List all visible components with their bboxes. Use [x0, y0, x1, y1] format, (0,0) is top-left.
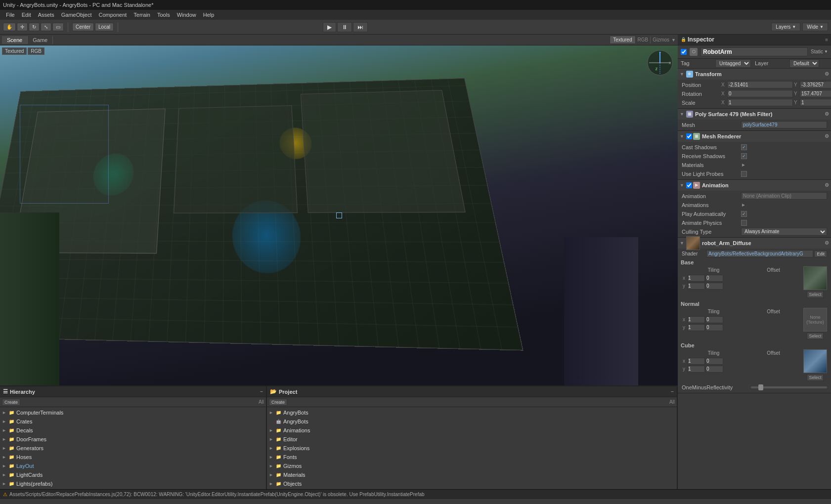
tree-item-generators[interactable]: ► 📁 Generators	[0, 444, 266, 453]
normal-texture-none[interactable]: None(Texture)	[803, 308, 827, 332]
shader-value[interactable]: AngryBots/ReflectiveBackgroundArbitraryG	[706, 250, 813, 257]
anim-settings-icon[interactable]: ⚙	[825, 182, 829, 188]
project-item-materials[interactable]: ► 📁 Materials	[267, 470, 677, 479]
project-item-objects[interactable]: ► 📁 Objects	[267, 479, 677, 488]
project-create-btn[interactable]: Create	[269, 399, 287, 406]
base-tiling-x[interactable]	[688, 275, 705, 282]
menu-tools[interactable]: Tools	[154, 12, 173, 18]
tree-item-lightcards[interactable]: ► 📁 LightCards	[0, 470, 266, 479]
normal-tiling-x[interactable]	[688, 316, 705, 323]
scale-y-input[interactable]	[800, 99, 831, 106]
project-item-angrybots-1[interactable]: ► 📁 AngryBots	[267, 408, 677, 417]
tree-item-decals[interactable]: ► 📁 Decals	[0, 426, 266, 435]
project-item-fonts[interactable]: ► 📁 Fonts	[267, 453, 677, 462]
menu-help[interactable]: Help	[200, 12, 218, 18]
local-button[interactable]: Local	[95, 23, 114, 31]
project-item-gizmos[interactable]: ► 📁 Gizmos	[267, 462, 677, 470]
tab-game[interactable]: Game	[28, 36, 53, 44]
menu-component[interactable]: Component	[95, 12, 130, 18]
center-button[interactable]: Center	[72, 23, 94, 31]
wide-dropdown[interactable]: Wide	[802, 23, 828, 31]
mat-settings-icon[interactable]: ⚙	[825, 240, 829, 246]
tree-item-lights[interactable]: ► 📁 Lights(prefabs)	[0, 479, 266, 488]
static-dropdown[interactable]: ▼	[824, 49, 828, 54]
obj-active-checkbox[interactable]	[681, 49, 687, 55]
menu-assets[interactable]: Assets	[35, 12, 57, 18]
tree-item-hoses[interactable]: ► 📁 Hoses	[0, 453, 266, 462]
tree-item-doorframes[interactable]: ► 📁 DoorFrames	[0, 435, 266, 444]
base-texture-thumb[interactable]	[803, 266, 827, 290]
cube-tiling-x[interactable]	[688, 358, 705, 365]
shader-edit-btn[interactable]: Edit	[814, 251, 827, 257]
tag-select[interactable]: Untagged	[715, 59, 751, 68]
project-all-label[interactable]: All	[669, 399, 675, 405]
cube-texture-thumb[interactable]	[803, 349, 827, 373]
rot-y-input[interactable]	[800, 90, 831, 97]
animate-physics-check[interactable]: ✓	[741, 220, 747, 226]
transform-header[interactable]: ▼ ⊕ Transform ⚙	[678, 69, 831, 80]
pause-button[interactable]: ⏸	[337, 22, 352, 32]
menu-file[interactable]: File	[3, 12, 18, 18]
tree-item-crates[interactable]: ► 📁 Crates	[0, 417, 266, 426]
project-item-animations[interactable]: ► 📁 Animations	[267, 426, 677, 435]
hand-tool[interactable]: ✋	[3, 23, 16, 31]
inspector-lock-icon[interactable]: 🔒	[681, 37, 686, 42]
all-toggle[interactable]: ▼	[671, 38, 676, 42]
menu-window[interactable]: Window	[174, 12, 199, 18]
meshfilter-settings-icon[interactable]: ⚙	[825, 111, 829, 117]
project-item-editor[interactable]: ► 📁 Editor	[267, 435, 677, 444]
hierarchy-create-btn[interactable]: Create	[2, 399, 20, 406]
play-auto-check[interactable]: ✓	[741, 211, 747, 217]
move-tool[interactable]: ✛	[17, 23, 28, 31]
materials-expand[interactable]: ►	[741, 162, 746, 168]
inspector-menu-icon[interactable]: ≡	[825, 37, 828, 42]
culling-select[interactable]: Always Animate	[741, 228, 827, 236]
project-collapse[interactable]: −	[671, 389, 674, 394]
base-offset-y[interactable]	[706, 283, 723, 290]
cube-offset-y[interactable]	[706, 366, 723, 373]
normal-select-btn[interactable]: Select	[807, 333, 823, 339]
reflectivity-slider[interactable]	[751, 386, 827, 388]
normal-offset-x[interactable]	[706, 316, 723, 323]
cube-tiling-y[interactable]	[688, 366, 705, 373]
meshrender-enable-checkbox[interactable]	[686, 133, 692, 139]
pos-x-input[interactable]	[727, 81, 793, 88]
cube-select-btn[interactable]: Select	[807, 374, 823, 381]
receive-shadows-check[interactable]: ✓	[741, 153, 747, 159]
normal-tiling-y[interactable]	[688, 324, 705, 331]
cube-offset-x[interactable]	[706, 358, 723, 365]
base-offset-x[interactable]	[706, 275, 723, 282]
obj-name-field[interactable]	[700, 47, 808, 56]
anim-enable-checkbox[interactable]	[686, 182, 692, 188]
hierarchy-collapse[interactable]: −	[260, 389, 263, 394]
mesh-value-text[interactable]: polySurface479	[741, 121, 827, 128]
scale-x-input[interactable]	[727, 99, 793, 106]
gizmos-label[interactable]: Gizmos	[653, 37, 669, 42]
anim-clip-text[interactable]: None (Animation Clip)	[741, 192, 827, 200]
scene-textured-btn[interactable]: Textured	[2, 47, 27, 55]
scale-tool[interactable]: ⤡	[41, 23, 51, 31]
tree-item-computer-terminals[interactable]: ► 📁 ComputerTerminals	[0, 408, 266, 417]
play-button[interactable]: ▶	[323, 22, 336, 32]
project-item-explosions[interactable]: ► 📁 Explosions	[267, 444, 677, 453]
use-light-probes-check[interactable]: ✓	[741, 171, 747, 177]
pos-y-input[interactable]	[800, 81, 831, 88]
transform-settings-icon[interactable]: ⚙	[825, 71, 829, 77]
rotate-tool[interactable]: ↻	[29, 23, 40, 31]
hierarchy-all-label[interactable]: All	[259, 399, 264, 405]
menu-terrain[interactable]: Terrain	[131, 12, 153, 18]
animations-expand-icon[interactable]: ►	[741, 202, 746, 208]
material-component-header[interactable]: ▼ robot_Arm_Diffuse ⚙	[678, 238, 831, 249]
mesh-filter-header[interactable]: ▼ ▦ Poly Surface 479 (Mesh Filter) ⚙	[678, 109, 831, 120]
base-tiling-y[interactable]	[688, 283, 705, 290]
tree-item-pipes[interactable]: ► 📁 Pipes	[0, 488, 266, 489]
scene-viewport[interactable]: Y X Z Textured RGB	[0, 45, 678, 385]
tree-item-layout[interactable]: ► 📁 LayOut	[0, 462, 266, 470]
project-item-angrybots-2[interactable]: 🤖 AngryBots	[267, 417, 677, 426]
layer-select[interactable]: Default	[789, 59, 819, 68]
animation-header[interactable]: ▼ ▶ Animation ⚙	[678, 180, 831, 191]
rot-x-input[interactable]	[727, 90, 793, 97]
scene-rgb-btn[interactable]: RGB	[28, 47, 44, 55]
tab-scene[interactable]: Scene	[2, 36, 28, 44]
menu-edit[interactable]: Edit	[19, 12, 34, 18]
